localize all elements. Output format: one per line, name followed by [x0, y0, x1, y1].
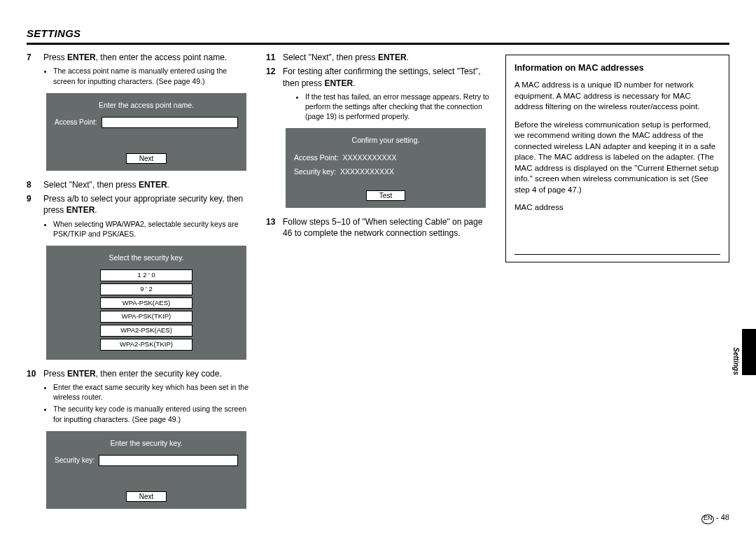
lang-icon: EN [701, 514, 714, 524]
title-rule [27, 43, 729, 45]
step-text: Press a/b to select your appropriate sec… [43, 193, 251, 216]
page-number: EN - 48 [701, 512, 729, 524]
thumb-tab [742, 329, 756, 375]
step-11: 11 Select "Next", then press ENTER. [266, 52, 490, 63]
btn-row: Next [55, 491, 238, 502]
mac-address-label: MAC address [514, 202, 720, 213]
enter-key: ENTER [139, 180, 167, 190]
step-13: 13 Follow steps 5–10 of "When selecting … [266, 216, 490, 239]
column-middle: 11 Select "Next", then press ENTER. 12 F… [266, 52, 490, 517]
row-value: XXXXXXXXXXX [342, 153, 396, 162]
content-columns: 7 Press ENTER, then enter the access poi… [27, 52, 729, 517]
security-key-input[interactable] [99, 455, 238, 466]
step-12: 12 For testing after confirming the sett… [266, 66, 490, 88]
column-left: 7 Press ENTER, then enter the access poi… [27, 52, 251, 517]
info-title: Information on MAC addresses [514, 62, 720, 74]
step-9-bullets: When selecting WPA/WPA2, selectable secu… [43, 219, 251, 239]
mac-info-box: Information on MAC addresses A MAC addre… [505, 55, 729, 262]
step-number: 8 [27, 179, 43, 190]
security-option[interactable]: 9 ' 2 [100, 283, 192, 295]
screen-title: Select the security key. [55, 253, 238, 262]
screen-select-security-key: Select the security key. 1 2 ' 0 9 ' 2 W… [46, 246, 246, 360]
sep: - [714, 513, 721, 521]
num: 48 [721, 513, 729, 521]
bullet: When selecting WPA/WPA2, selectable secu… [53, 219, 251, 239]
step-text: Select "Next", then press ENTER. [283, 52, 490, 63]
step-number: 9 [27, 193, 43, 216]
txt: Select "Next", then press [283, 52, 378, 62]
txt: . [94, 205, 97, 215]
security-option[interactable]: WPA-PSK(AES) [100, 297, 192, 309]
confirm-rows: Access Point: XXXXXXXXXXX Security key: … [294, 153, 477, 176]
mac-address-line [514, 254, 720, 255]
step-number: 11 [266, 52, 283, 63]
txt: , then enter the security key code. [96, 369, 222, 379]
security-option[interactable]: 1 2 ' 0 [100, 269, 192, 281]
security-options: 1 2 ' 0 9 ' 2 WPA-PSK(AES) WPA-PSK(TKIP)… [55, 269, 238, 351]
step-number: 7 [27, 52, 43, 63]
txt: Press [43, 369, 67, 379]
screen-enter-security-key: Enter the security key. Security key: Ne… [46, 431, 246, 509]
row-value: XXXXXXXXXXX [340, 167, 394, 176]
step-text: Press ENTER, then enter the security key… [43, 368, 251, 379]
step-number: 13 [266, 216, 283, 239]
step-8: 8 Select "Next", then press ENTER. [27, 179, 251, 190]
txt: . [407, 52, 409, 62]
test-button[interactable]: Test [366, 190, 405, 201]
next-button[interactable]: Next [126, 491, 167, 502]
page-title: SETTINGS [27, 27, 729, 41]
bullet: The access point name is manually entere… [53, 66, 251, 85]
step-number: 10 [27, 368, 43, 379]
confirm-row: Security key: XXXXXXXXXXX [294, 167, 477, 176]
enter-key: ENTER [67, 52, 96, 62]
confirm-row: Access Point: XXXXXXXXXXX [294, 153, 477, 162]
field-label: Security key: [55, 456, 94, 465]
security-option[interactable]: WPA2-PSK(TKIP) [100, 339, 192, 351]
screen-title: Confirm your setting. [294, 135, 477, 145]
enter-key: ENTER [66, 205, 95, 215]
info-paragraph: Before the wireless communication setup … [514, 120, 720, 196]
step-7-bullets: The access point name is manually entere… [43, 66, 251, 85]
security-option[interactable]: WPA2-PSK(AES) [100, 325, 192, 337]
step-number: 12 [266, 66, 283, 88]
column-right: Information on MAC addresses A MAC addre… [505, 52, 729, 517]
row-label: Security key: [294, 167, 336, 176]
field-label: Access Point: [55, 118, 97, 127]
enter-key: ENTER [67, 369, 96, 379]
bullet: The security key code is manually entere… [53, 404, 251, 423]
screen-title: Enter the access point name. [55, 100, 238, 110]
step-9: 9 Press a/b to select your appropriate s… [27, 193, 251, 216]
row-label: Access Point: [294, 153, 339, 162]
access-point-input[interactable] [102, 117, 238, 128]
step-text: Follow steps 5–10 of "When selecting Cab… [283, 216, 490, 239]
security-key-row: Security key: [55, 455, 238, 466]
step-text: For testing after confirming the setting… [283, 66, 490, 88]
step-10-bullets: Enter the exact same security key which … [43, 382, 251, 424]
txt: Select "Next", then press [43, 180, 139, 190]
btn-row: Test [294, 190, 477, 201]
step-7: 7 Press ENTER, then enter the access poi… [27, 52, 251, 63]
screen-enter-access-point: Enter the access point name. Access Poin… [46, 93, 246, 171]
step-12-bullets: If the test has failed, an error message… [295, 92, 490, 122]
txt: For testing after confirming the setting… [283, 66, 481, 87]
step-text: Select "Next", then press ENTER. [43, 179, 251, 190]
security-option[interactable]: WPA-PSK(TKIP) [100, 311, 192, 323]
step-text: Press ENTER, then enter the access point… [43, 52, 251, 63]
access-point-row: Access Point: [55, 117, 238, 128]
txt: . [167, 180, 169, 190]
side-tab-label: Settings [732, 347, 741, 374]
txt: , then enter the access point name. [96, 52, 227, 62]
step-10: 10 Press ENTER, then enter the security … [27, 368, 251, 379]
txt: . [353, 78, 355, 88]
screen-title: Enter the security key. [55, 438, 238, 448]
next-button[interactable]: Next [126, 153, 167, 164]
info-paragraph: A MAC address is a unique ID number for … [514, 80, 720, 113]
btn-row: Next [55, 153, 238, 164]
screen-confirm-setting: Confirm your setting. Access Point: XXXX… [286, 128, 486, 208]
bullet: Enter the exact same security key which … [53, 382, 251, 402]
enter-key: ENTER [324, 78, 353, 88]
bullet: If the test has failed, an error message… [305, 92, 490, 122]
enter-key: ENTER [378, 52, 407, 62]
txt: Press [43, 52, 67, 62]
